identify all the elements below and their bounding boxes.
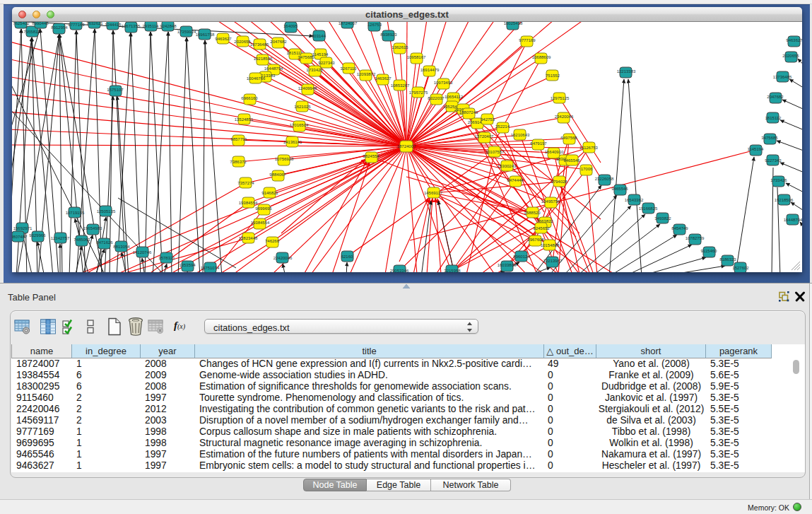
svg-text:16448794: 16448794 [264,66,283,71]
svg-text:8454749: 8454749 [671,226,688,230]
svg-text:9794028: 9794028 [551,180,567,184]
svg-text:7632621: 7632621 [86,22,103,25]
svg-text:15300243: 15300243 [498,164,517,168]
svg-text:164095: 164095 [283,24,298,28]
svg-text:16210643: 16210643 [511,133,530,137]
svg-text:2047682: 2047682 [767,95,784,99]
svg-text:126753: 126753 [367,23,382,27]
svg-text:1527602: 1527602 [732,266,749,270]
svg-text:10154808: 10154808 [541,243,560,247]
svg-text:10671355: 10671355 [122,24,141,28]
svg-text:9465546: 9465546 [563,158,580,163]
svg-text:1244415: 1244415 [105,23,122,27]
svg-text:1733426: 1733426 [306,68,323,72]
svg-text:1463627: 1463627 [375,76,392,81]
svg-text:10654112: 10654112 [445,95,464,99]
svg-text:12093872: 12093872 [357,72,376,76]
svg-text:16961758: 16961758 [196,33,215,37]
svg-text:10973493: 10973493 [434,81,453,85]
svg-text:13524851: 13524851 [235,117,254,122]
svg-text:15720407: 15720407 [475,134,494,139]
svg-text:1815112: 1815112 [765,116,782,120]
svg-text:942753: 942753 [481,117,495,122]
svg-text:8960124: 8960124 [513,255,530,259]
svg-text:14120746: 14120746 [133,250,152,255]
svg-text:14136141: 14136141 [283,140,302,144]
svg-text:8322037: 8322037 [428,96,445,100]
svg-text:12342757: 12342757 [51,236,70,240]
svg-text:9884067: 9884067 [269,173,286,177]
svg-text:16448794: 16448794 [784,218,802,222]
svg-text:2047682: 2047682 [270,40,287,44]
svg-text:3267110: 3267110 [341,66,358,71]
svg-text:3824554: 3824554 [363,154,379,158]
svg-text:3475685: 3475685 [761,136,778,140]
svg-text:7386372: 7386372 [230,160,247,164]
svg-text:8813054: 8813054 [113,245,130,249]
svg-text:9777169: 9777169 [68,23,85,27]
svg-text:1353594: 1353594 [179,263,196,267]
svg-text:9329966: 9329966 [29,233,46,238]
svg-text:10107557: 10107557 [486,150,505,154]
svg-text:7625402: 7625402 [13,22,30,25]
svg-text:9465546: 9465546 [611,187,628,191]
svg-text:10807487: 10807487 [12,235,28,239]
svg-text:23226058: 23226058 [595,177,614,181]
svg-text:16640910: 16640910 [545,150,564,154]
svg-text:16543362: 16543362 [625,198,644,202]
svg-text:19218506: 19218506 [775,198,794,202]
svg-text:746266: 746266 [265,239,280,243]
svg-text:2020655: 2020655 [234,40,251,44]
svg-text:1588520: 1588520 [524,211,541,215]
svg-text:10756928: 10756928 [275,157,294,161]
svg-text:29053346: 29053346 [390,269,409,272]
svg-text:2935114: 2935114 [143,24,160,28]
svg-text:9242848: 9242848 [160,24,177,28]
svg-text:18724007: 18724007 [339,22,358,25]
svg-text:7357274: 7357274 [237,181,254,185]
svg-text:8990448: 8990448 [32,22,49,25]
svg-text:18724007: 18724007 [397,144,416,148]
svg-text:6966160: 6966160 [241,96,258,100]
svg-text:2020655: 2020655 [782,54,799,58]
svg-text:10853267: 10853267 [391,83,410,88]
svg-text:19384554: 19384554 [251,221,270,225]
svg-text:6479197: 6479197 [530,141,547,146]
svg-text:3578321: 3578321 [158,256,175,260]
svg-text:9146821: 9146821 [261,191,278,195]
svg-text:10046766: 10046766 [247,76,266,81]
svg-text:12409948: 12409948 [298,86,317,90]
svg-text:2967608: 2967608 [527,238,544,242]
svg-text:10025438: 10025438 [504,22,523,25]
svg-text:252214: 252214 [495,124,510,129]
svg-text:22420046: 22420046 [273,256,293,260]
svg-text:9463627: 9463627 [786,38,802,42]
svg-text:10719155: 10719155 [66,211,85,215]
svg-text:17016504: 17016504 [290,123,309,127]
svg-text:8186323: 8186323 [719,257,736,262]
svg-text:19166825: 19166825 [639,206,658,211]
svg-text:11126753: 11126753 [579,146,598,150]
svg-text:9474444: 9474444 [507,178,524,182]
svg-text:16914479: 16914479 [420,68,440,72]
svg-text:9699695: 9699695 [255,206,272,211]
svg-text:14569117: 14569117 [424,191,443,195]
svg-text:16033809: 16033809 [498,263,517,267]
svg-text:1621025: 1621025 [294,105,311,109]
svg-text:9115460: 9115460 [701,249,718,253]
svg-text:62160: 62160 [341,255,353,259]
svg-text:3493822: 3493822 [654,216,671,221]
svg-text:17359924: 17359924 [177,30,196,34]
svg-text:9463627: 9463627 [215,37,232,41]
svg-text:6497568: 6497568 [560,136,577,140]
svg-text:7485063: 7485063 [73,238,90,242]
svg-text:9227343: 9227343 [765,158,782,163]
svg-text:12213967: 12213967 [543,259,563,263]
svg-text:18807249: 18807249 [459,110,478,115]
svg-text:19384554: 19384554 [239,201,258,205]
svg-text:15751074: 15751074 [201,266,220,270]
svg-text:8912954: 8912954 [51,25,68,30]
svg-text:13736485: 13736485 [250,42,269,47]
svg-text:10688609: 10688609 [532,55,551,59]
svg-text:9777169: 9777169 [519,38,536,42]
